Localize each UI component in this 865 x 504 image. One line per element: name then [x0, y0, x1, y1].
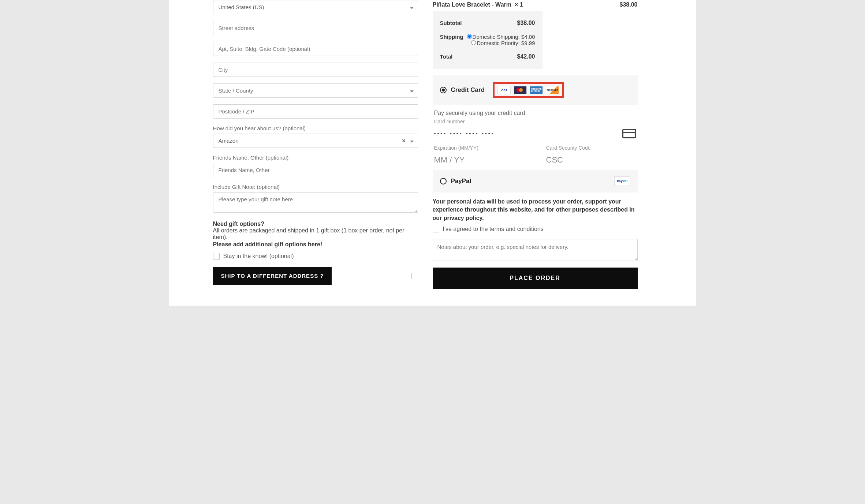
radio-credit-card[interactable]	[440, 87, 447, 93]
gift-options-link[interactable]: Please add additional gift options here!	[213, 241, 418, 248]
ship-different-address-button[interactable]: SHIP TO A DIFFERENT ADDRESS ?	[213, 267, 332, 285]
shipping-options: Domestic Shipping: $4.00 Domestic Priori…	[467, 34, 535, 46]
credit-card-label: Credit Card	[451, 86, 485, 94]
order-item-name: Piñata Love Bracelet - Warm × 1	[433, 1, 523, 8]
terms-checkbox[interactable]	[433, 226, 439, 232]
mastercard-icon	[514, 86, 527, 94]
credit-card-secure-text: Pay securely using your credit card.	[434, 110, 636, 116]
friends-label: Friends Name, Other (optional)	[213, 154, 418, 161]
paypal-icon: PayPal	[614, 176, 630, 186]
city-input[interactable]	[213, 63, 418, 77]
terms-label: I've agreed to the terms and conditions	[443, 226, 544, 232]
postcode-input[interactable]	[213, 104, 418, 119]
credit-card-icon	[622, 129, 636, 138]
card-number-label: Card Number	[434, 119, 636, 124]
discover-icon: DISCOVER	[546, 86, 559, 94]
csc-input[interactable]: CSC	[546, 152, 636, 165]
hear-about-select[interactable]	[213, 134, 418, 148]
ship-different-checkbox[interactable]	[411, 273, 418, 279]
gift-note-textarea[interactable]	[213, 192, 418, 213]
subtotal-value: $38.00	[517, 20, 535, 26]
country-select[interactable]	[213, 0, 418, 14]
hear-about-label: How did you hear about us? (optional)	[213, 125, 418, 131]
apt-input[interactable]	[213, 42, 418, 56]
street-input[interactable]	[213, 21, 418, 35]
order-item-price: $38.00	[620, 1, 638, 8]
newsletter-checkbox[interactable]	[213, 253, 220, 260]
friends-input[interactable]	[213, 163, 418, 177]
csc-label: Card Security Code	[546, 145, 636, 151]
payment-credit-card[interactable]: Credit Card VISA AMERICANEXPRESS DISCOVE…	[433, 75, 638, 105]
gift-options-text: All orders are packaged and shipped in 1…	[213, 227, 418, 240]
order-notes-textarea[interactable]	[433, 239, 638, 261]
amex-icon: AMERICANEXPRESS	[530, 86, 543, 94]
newsletter-label: Stay in the know! (optional)	[223, 253, 294, 260]
payment-paypal[interactable]: PayPal PayPal	[433, 170, 638, 193]
expiration-label: Expiration (MM/YY)	[434, 145, 524, 151]
clear-icon[interactable]: ×	[402, 138, 405, 144]
total-value: $42.00	[517, 53, 535, 60]
shipping-option-domestic[interactable]: Domestic Shipping: $4.00	[467, 34, 535, 40]
place-order-button[interactable]: PLACE ORDER	[433, 268, 638, 289]
total-label: Total	[440, 53, 453, 60]
privacy-policy-text: Your personal data will be used to proce…	[433, 198, 638, 222]
card-brand-highlight: VISA AMERICANEXPRESS DISCOVER	[493, 82, 564, 98]
expiration-input[interactable]: MM / YY	[434, 152, 524, 165]
subtotal-label: Subtotal	[440, 20, 462, 26]
shipping-option-priority[interactable]: Domestic Priority: $9.99	[467, 40, 535, 46]
shipping-label: Shipping	[440, 34, 463, 40]
visa-icon: VISA	[497, 86, 511, 94]
state-select[interactable]	[213, 83, 418, 98]
radio-paypal[interactable]	[440, 178, 447, 184]
order-summary: Subtotal $38.00 Shipping Domestic Shippi…	[433, 11, 543, 69]
gift-options-heading: Need gift options?	[213, 221, 418, 227]
gift-note-label: Include Gift Note: (optional)	[213, 184, 418, 190]
paypal-label: PayPal	[451, 178, 471, 185]
card-number-input[interactable]: •••• •••• •••• ••••	[434, 131, 495, 137]
